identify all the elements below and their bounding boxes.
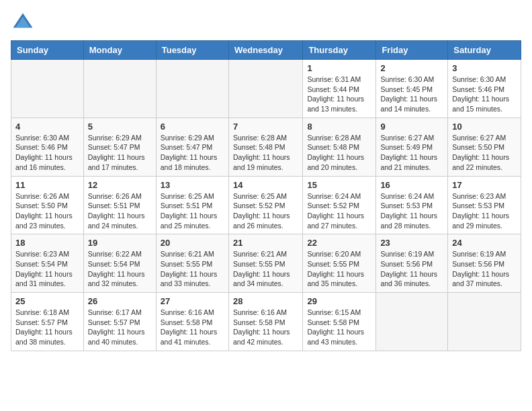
day-number: 28 xyxy=(233,296,298,306)
calendar-cell: 24Sunrise: 6:19 AM Sunset: 5:56 PM Dayli… xyxy=(448,234,521,293)
column-header-thursday: Thursday xyxy=(303,41,376,60)
calendar-cell: 11Sunrise: 6:26 AM Sunset: 5:50 PM Dayli… xyxy=(11,176,84,234)
calendar-cell: 15Sunrise: 6:24 AM Sunset: 5:52 PM Dayli… xyxy=(303,176,376,234)
calendar-cell: 26Sunrise: 6:17 AM Sunset: 5:57 PM Dayli… xyxy=(83,293,156,351)
day-info: Sunrise: 6:23 AM Sunset: 5:53 PM Dayligh… xyxy=(452,191,517,231)
day-number: 1 xyxy=(307,63,371,73)
calendar-cell xyxy=(228,60,302,118)
calendar-table: SundayMondayTuesdayWednesdayThursdayFrid… xyxy=(11,40,521,351)
day-info: Sunrise: 6:16 AM Sunset: 5:58 PM Dayligh… xyxy=(161,308,224,347)
week-row-1: 1Sunrise: 6:31 AM Sunset: 5:44 PM Daylig… xyxy=(11,60,521,118)
day-number: 29 xyxy=(307,296,371,306)
day-number: 26 xyxy=(88,296,152,306)
calendar-cell: 22Sunrise: 6:20 AM Sunset: 5:55 PM Dayli… xyxy=(303,234,376,293)
logo xyxy=(11,11,38,35)
day-number: 13 xyxy=(161,180,224,190)
day-info: Sunrise: 6:23 AM Sunset: 5:54 PM Dayligh… xyxy=(15,249,79,289)
calendar-cell: 9Sunrise: 6:27 AM Sunset: 5:49 PM Daylig… xyxy=(376,118,448,176)
calendar-cell: 7Sunrise: 6:28 AM Sunset: 5:48 PM Daylig… xyxy=(228,118,302,176)
day-info: Sunrise: 6:19 AM Sunset: 5:56 PM Dayligh… xyxy=(380,249,443,289)
logo-icon xyxy=(11,11,35,35)
day-number: 22 xyxy=(307,238,371,248)
day-number: 25 xyxy=(15,296,79,306)
day-number: 10 xyxy=(452,122,517,132)
day-info: Sunrise: 6:29 AM Sunset: 5:47 PM Dayligh… xyxy=(88,133,152,173)
day-number: 5 xyxy=(88,122,152,132)
day-info: Sunrise: 6:30 AM Sunset: 5:46 PM Dayligh… xyxy=(15,133,79,173)
calendar-cell xyxy=(376,293,448,351)
day-info: Sunrise: 6:25 AM Sunset: 5:52 PM Dayligh… xyxy=(233,191,298,231)
day-number: 3 xyxy=(452,63,517,73)
week-row-3: 11Sunrise: 6:26 AM Sunset: 5:50 PM Dayli… xyxy=(11,176,521,234)
day-number: 23 xyxy=(380,238,443,248)
day-number: 16 xyxy=(380,180,443,190)
calendar-cell xyxy=(11,60,84,118)
calendar-cell: 21Sunrise: 6:21 AM Sunset: 5:55 PM Dayli… xyxy=(228,234,302,293)
calendar-cell: 12Sunrise: 6:26 AM Sunset: 5:51 PM Dayli… xyxy=(83,176,156,234)
calendar-cell: 3Sunrise: 6:30 AM Sunset: 5:46 PM Daylig… xyxy=(448,60,521,118)
day-number: 15 xyxy=(307,180,371,190)
day-number: 9 xyxy=(380,122,443,132)
calendar-cell: 4Sunrise: 6:30 AM Sunset: 5:46 PM Daylig… xyxy=(11,118,84,176)
day-number: 24 xyxy=(452,238,517,248)
day-number: 19 xyxy=(88,238,152,248)
day-number: 4 xyxy=(15,122,79,132)
day-info: Sunrise: 6:19 AM Sunset: 5:56 PM Dayligh… xyxy=(452,249,517,289)
day-info: Sunrise: 6:25 AM Sunset: 5:51 PM Dayligh… xyxy=(161,191,224,231)
day-info: Sunrise: 6:20 AM Sunset: 5:55 PM Dayligh… xyxy=(307,249,371,289)
day-number: 18 xyxy=(15,238,79,248)
day-info: Sunrise: 6:17 AM Sunset: 5:57 PM Dayligh… xyxy=(88,308,152,347)
calendar-cell: 6Sunrise: 6:29 AM Sunset: 5:47 PM Daylig… xyxy=(156,118,228,176)
day-info: Sunrise: 6:30 AM Sunset: 5:46 PM Dayligh… xyxy=(452,75,517,114)
calendar-cell xyxy=(448,293,521,351)
calendar-cell: 19Sunrise: 6:22 AM Sunset: 5:54 PM Dayli… xyxy=(83,234,156,293)
calendar-cell: 5Sunrise: 6:29 AM Sunset: 5:47 PM Daylig… xyxy=(83,118,156,176)
calendar-cell: 18Sunrise: 6:23 AM Sunset: 5:54 PM Dayli… xyxy=(11,234,84,293)
column-header-sunday: Sunday xyxy=(11,41,84,60)
day-number: 12 xyxy=(88,180,152,190)
week-row-2: 4Sunrise: 6:30 AM Sunset: 5:46 PM Daylig… xyxy=(11,118,521,176)
day-info: Sunrise: 6:22 AM Sunset: 5:54 PM Dayligh… xyxy=(88,249,152,289)
day-number: 27 xyxy=(161,296,224,306)
calendar-cell: 25Sunrise: 6:18 AM Sunset: 5:57 PM Dayli… xyxy=(11,293,84,351)
day-info: Sunrise: 6:29 AM Sunset: 5:47 PM Dayligh… xyxy=(161,133,224,173)
day-info: Sunrise: 6:24 AM Sunset: 5:53 PM Dayligh… xyxy=(380,191,443,231)
day-info: Sunrise: 6:15 AM Sunset: 5:58 PM Dayligh… xyxy=(307,308,371,347)
column-header-monday: Monday xyxy=(83,41,156,60)
day-info: Sunrise: 6:16 AM Sunset: 5:58 PM Dayligh… xyxy=(233,308,298,347)
day-info: Sunrise: 6:31 AM Sunset: 5:44 PM Dayligh… xyxy=(307,75,371,114)
calendar-cell: 1Sunrise: 6:31 AM Sunset: 5:44 PM Daylig… xyxy=(303,60,376,118)
calendar-cell: 14Sunrise: 6:25 AM Sunset: 5:52 PM Dayli… xyxy=(228,176,302,234)
calendar-cell: 29Sunrise: 6:15 AM Sunset: 5:58 PM Dayli… xyxy=(303,293,376,351)
day-info: Sunrise: 6:26 AM Sunset: 5:51 PM Dayligh… xyxy=(88,191,152,231)
day-info: Sunrise: 6:21 AM Sunset: 5:55 PM Dayligh… xyxy=(233,249,298,289)
calendar-cell: 17Sunrise: 6:23 AM Sunset: 5:53 PM Dayli… xyxy=(448,176,521,234)
calendar-cell: 20Sunrise: 6:21 AM Sunset: 5:55 PM Dayli… xyxy=(156,234,228,293)
calendar-cell: 23Sunrise: 6:19 AM Sunset: 5:56 PM Dayli… xyxy=(376,234,448,293)
week-row-4: 18Sunrise: 6:23 AM Sunset: 5:54 PM Dayli… xyxy=(11,234,521,293)
day-number: 21 xyxy=(233,238,298,248)
column-header-friday: Friday xyxy=(376,41,448,60)
day-number: 11 xyxy=(15,180,79,190)
calendar-cell: 8Sunrise: 6:28 AM Sunset: 5:48 PM Daylig… xyxy=(303,118,376,176)
page-header xyxy=(11,11,521,35)
calendar-cell: 28Sunrise: 6:16 AM Sunset: 5:58 PM Dayli… xyxy=(228,293,302,351)
calendar-cell: 10Sunrise: 6:27 AM Sunset: 5:50 PM Dayli… xyxy=(448,118,521,176)
calendar-cell xyxy=(156,60,228,118)
day-info: Sunrise: 6:26 AM Sunset: 5:50 PM Dayligh… xyxy=(15,191,79,231)
day-info: Sunrise: 6:21 AM Sunset: 5:55 PM Dayligh… xyxy=(161,249,224,289)
day-info: Sunrise: 6:24 AM Sunset: 5:52 PM Dayligh… xyxy=(307,191,371,231)
day-number: 7 xyxy=(233,122,298,132)
day-number: 20 xyxy=(161,238,224,248)
day-number: 14 xyxy=(233,180,298,190)
day-info: Sunrise: 6:30 AM Sunset: 5:45 PM Dayligh… xyxy=(380,75,443,114)
day-number: 2 xyxy=(380,63,443,73)
day-number: 6 xyxy=(161,122,224,132)
day-number: 8 xyxy=(307,122,371,132)
day-number: 17 xyxy=(452,180,517,190)
day-info: Sunrise: 6:28 AM Sunset: 5:48 PM Dayligh… xyxy=(233,133,298,173)
calendar-cell: 16Sunrise: 6:24 AM Sunset: 5:53 PM Dayli… xyxy=(376,176,448,234)
day-info: Sunrise: 6:27 AM Sunset: 5:50 PM Dayligh… xyxy=(452,133,517,173)
week-row-5: 25Sunrise: 6:18 AM Sunset: 5:57 PM Dayli… xyxy=(11,293,521,351)
column-header-wednesday: Wednesday xyxy=(228,41,302,60)
